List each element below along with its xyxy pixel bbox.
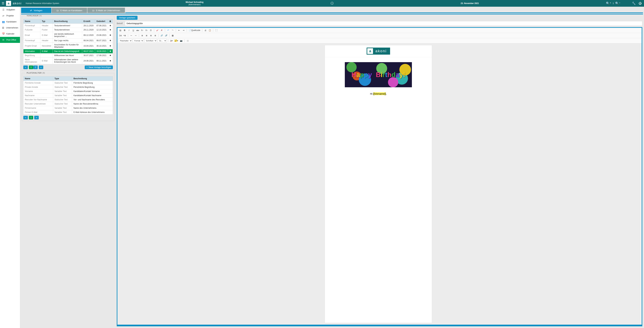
maximize-icon[interactable]: ⛶ [214, 28, 218, 32]
link-icon[interactable]: 🔗 [160, 34, 164, 37]
text-color-icon[interactable]: A▾ [170, 39, 173, 42]
zoom-in-icon[interactable]: 🔍⁺ [605, 1, 612, 5]
zoom-out-icon[interactable]: 🔍⁻ [614, 1, 621, 5]
table-row[interactable]: Projekt EmailNewsletterAnschreiben für K… [24, 43, 113, 49]
sidebar-item-kalender[interactable]: 📅Kalender [0, 31, 20, 37]
table-row[interactable]: VornameVariabler TextKandidaten/Kontakt … [24, 89, 113, 93]
table-row[interactable]: Förmliche AnredeStatischer TextFörmliche… [24, 81, 113, 85]
table-row[interactable]: NachnameVariabler TextKandidaten/Kontakt… [24, 93, 113, 98]
outdent-icon[interactable]: ⇽ [130, 34, 133, 37]
table-row[interactable]: InformationE-MailDas ist ein Geburtstags… [24, 49, 113, 53]
table-row[interactable]: Recruiter UnternehmenStatischer TextName… [24, 102, 113, 106]
italic-button[interactable]: I [127, 28, 131, 32]
cell-erstellt: 06.04.2021 [82, 38, 95, 43]
col-beschreibung[interactable]: Beschreibung [53, 19, 82, 24]
platzhalter-combo[interactable]: Platzhalter [118, 39, 132, 42]
ph-col-type[interactable]: Type [53, 76, 72, 81]
align-left-icon[interactable]: ≣ [140, 34, 144, 37]
size-combo[interactable]: Gr... [158, 39, 167, 42]
delete-row-icon[interactable]: ✖ [108, 38, 113, 43]
ol-icon[interactable]: 1≣ [118, 34, 122, 37]
pager-prev[interactable]: « [23, 65, 28, 69]
subject-input[interactable] [125, 21, 642, 26]
table-row[interactable]: Neue InformationenE-MailInformationen üb… [24, 58, 113, 64]
hamburger-icon[interactable]: ☰ [2, 1, 4, 5]
pager-next[interactable]: » [39, 65, 43, 69]
ul-icon[interactable]: •≣ [123, 34, 126, 37]
pager-page-1[interactable]: 1 [29, 65, 33, 69]
underline-button[interactable]: U [132, 28, 135, 32]
indent-icon[interactable]: ⇾ [134, 34, 138, 37]
power-icon[interactable]: ⏻ [638, 2, 642, 5]
remove-format-icon[interactable]: A̸ [160, 28, 164, 32]
editor-scrollbar[interactable] [639, 43, 642, 325]
save-template-button[interactable]: Vorlage speichern [117, 16, 138, 20]
delete-row-icon[interactable]: ✖ [108, 24, 113, 28]
sidebar-item-aufgaben[interactable]: ☰Aufgaben [0, 7, 20, 13]
tab-e-mails-an-unternehmen[interactable]: 🗂E-Mails an Unternehmen [88, 8, 125, 13]
delete-row-icon[interactable]: ✖ [108, 58, 113, 64]
add-template-button[interactable]: + Neue Vorlage hinzufügen [85, 65, 113, 69]
sidebar-item-kandidaten[interactable]: 👥Kandidaten [0, 19, 20, 25]
delete-row-icon[interactable]: ✖ [108, 43, 113, 49]
indent-block-icon[interactable]: ⇥ [182, 28, 185, 32]
sidebar: ☰Aufgaben⇄Projekte👥Kandidaten🏛Unternehme… [0, 7, 20, 328]
ph-pager-page-1[interactable]: 1 [29, 116, 33, 119]
col-erstellt[interactable]: Erstellt [82, 19, 95, 24]
font-combo[interactable]: Schriftart [144, 39, 157, 42]
strike-button[interactable]: abc [136, 28, 140, 32]
align-center-icon[interactable]: ≣ [145, 34, 148, 37]
editor-canvas[interactable]: a akoni Happy Birthday! [118, 43, 639, 325]
ph-pager-prev[interactable]: « [23, 116, 28, 119]
subscript-button[interactable]: X2 [140, 28, 144, 32]
delete-row-icon[interactable]: ✖ [108, 53, 113, 58]
omega-icon[interactable]: Ω [149, 28, 152, 32]
table-row[interactable]: Recruiter Vor-NachnameStatischer TextVor… [24, 98, 113, 102]
preview-icon[interactable]: 📋 [208, 28, 212, 32]
ph-pager-next[interactable]: » [34, 116, 39, 119]
table-row[interactable]: FirmenkopfHeaderTestunternehmen!28.11.20… [24, 24, 113, 28]
format-paint-icon[interactable]: 🖌 [156, 28, 159, 32]
source-icon[interactable]: ▤ [118, 28, 122, 32]
vorlagen-panel: VORLAGEN (9) Name Typ Beschreibung Erste… [22, 16, 114, 71]
table-row[interactable]: FirmenkopfHeaderNur Logo rechts06.04.202… [24, 38, 113, 43]
col-typ[interactable]: Typ [40, 19, 53, 24]
unlink-icon[interactable]: 🔗̸ [164, 34, 168, 37]
col-name[interactable]: Name [24, 19, 40, 24]
table-row[interactable]: FußzeileFooterTestunternehmen29.11.20201… [24, 28, 113, 32]
sidebar-item-projekte[interactable]: ⇄Projekte [0, 13, 20, 19]
wrench-icon[interactable]: 🔧 [631, 1, 636, 5]
align-justify-icon[interactable]: ≣ [154, 34, 157, 37]
align-right-icon[interactable]: ≣ [149, 34, 153, 37]
col-geaendert[interactable]: Geändert [95, 19, 108, 24]
undo-icon[interactable]: ↶ [166, 28, 170, 32]
format-combo[interactable]: Format [133, 39, 144, 42]
redo-icon[interactable]: ↷ [171, 28, 174, 32]
table-row[interactable]: BegrüßungWillkommen bei Akoni30.07.20211… [24, 53, 113, 58]
sidebar-icon: 👥 [2, 20, 5, 23]
sidebar-item-post-office[interactable]: ✉Post Office [0, 37, 20, 43]
pager-page-2[interactable]: 2 [33, 65, 38, 69]
sidebar-item-unternehmen[interactable]: 🏛Unternehmen [0, 25, 20, 31]
delete-row-icon[interactable]: ✖ [108, 49, 113, 53]
delete-row-icon[interactable]: ✖ [108, 28, 113, 32]
table-row[interactable]: EmailE-Mailwie bereits telefonisch bespr… [24, 32, 113, 38]
table-row[interactable]: FirmennameVariabler TextName des Unterne… [24, 106, 113, 110]
tab-vorlagen[interactable]: ⇄Vorlagen [21, 8, 51, 13]
bold-button[interactable]: B [123, 28, 126, 32]
table-icon[interactable]: ▦ [171, 34, 174, 37]
superscript-button[interactable]: X2 [144, 28, 148, 32]
print-icon[interactable]: 🖨 [204, 28, 207, 32]
bg-color-icon[interactable]: 🖍▾ [174, 39, 178, 42]
table-row[interactable]: Private AnredeStatischer TextPersönliche… [24, 85, 113, 89]
tab-e-mails-an-kandidaten[interactable]: 🗂E-Mails an Kandidaten [52, 8, 87, 13]
outdent-block-icon[interactable]: ⇤ [177, 28, 181, 32]
delete-row-icon[interactable]: ✖ [108, 32, 113, 38]
image-icon[interactable]: 📷 [179, 39, 183, 42]
table-row[interactable]: Firmen E-MailVariabler TextE-Mail Adress… [24, 110, 113, 114]
ph-col-beschreibung[interactable]: Beschreibung [72, 76, 113, 81]
ph-col-name[interactable]: Name [24, 76, 53, 81]
info-icon[interactable]: ⓘ [330, 1, 334, 5]
app-subtitle: Human Resource Information System [26, 2, 59, 4]
source-button[interactable]: 📄 Quellcode [188, 28, 201, 32]
